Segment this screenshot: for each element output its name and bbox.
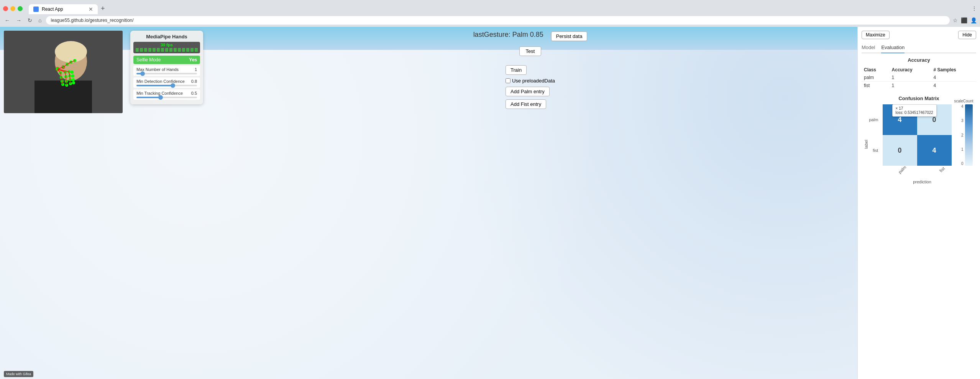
use-preloaded-label[interactable]: Use preloadedData xyxy=(506,78,555,84)
test-button[interactable]: Test xyxy=(519,46,542,56)
browser-address-bar: ← → ↻ ⌂ ☆ ⬛ 👤 xyxy=(0,15,980,27)
y-label-fist: fist xyxy=(869,148,878,153)
use-preloaded-checkbox[interactable] xyxy=(506,78,511,83)
scale-bar xyxy=(965,104,973,166)
x-labels: palm fist xyxy=(883,167,962,172)
window-controls xyxy=(3,6,23,11)
accuracy-palm: 1 xyxy=(890,74,931,82)
max-hands-slider-row: Max Number of Hands 1 xyxy=(133,66,200,76)
scale-label-0: 0 xyxy=(961,161,964,166)
y-label-palm: palm xyxy=(869,117,878,122)
table-row: fist 1 4 xyxy=(862,82,976,90)
tracking-confidence-value: 0.5 xyxy=(191,91,197,96)
home-button[interactable]: ⌂ xyxy=(37,16,43,24)
max-hands-slider-thumb[interactable] xyxy=(140,71,145,76)
fps-tick xyxy=(144,48,147,52)
last-gesture-label: lastGesture: Palm 0.85 xyxy=(473,31,543,39)
fps-tick xyxy=(174,48,177,52)
scale-title: scaleCount xyxy=(954,99,973,103)
fps-tick xyxy=(182,48,185,52)
page-inner: Made with Gifea MediaPipe Hands 30 fps xyxy=(0,27,980,379)
extensions-button[interactable]: ⬛ xyxy=(961,17,967,23)
tooltip-x: × 17 xyxy=(896,106,933,110)
browser-right-actions: ⋮ xyxy=(972,5,977,12)
slider-row-top-3: Min Tracking Confidence 0.5 xyxy=(136,91,197,96)
add-fist-entry-button[interactable]: Add Fist entry xyxy=(506,99,546,109)
new-tab-button[interactable]: + xyxy=(98,3,108,14)
browser-tab-active[interactable]: React App ✕ xyxy=(29,4,98,14)
page-content: Made with Gifea MediaPipe Hands 30 fps xyxy=(0,27,980,379)
tracking-confidence-slider-thumb[interactable] xyxy=(158,95,163,100)
train-button[interactable]: Train xyxy=(506,65,527,75)
camera-placeholder xyxy=(4,31,123,113)
fps-tick xyxy=(169,48,172,52)
fps-tick xyxy=(161,48,164,52)
tracking-confidence-slider-track[interactable] xyxy=(136,97,197,98)
forward-button[interactable]: → xyxy=(15,16,23,24)
panel-tabs: Model Evaluation xyxy=(862,43,976,53)
camera-panel: Made with Gifea xyxy=(0,27,126,379)
maximize-button[interactable]: Maximize xyxy=(862,31,890,39)
cm-row-1: 0 4 xyxy=(883,135,962,166)
hide-button[interactable]: Hide xyxy=(958,31,976,39)
svg-point-23 xyxy=(72,78,75,81)
svg-line-39 xyxy=(70,76,70,80)
fps-ticks xyxy=(135,47,199,53)
svg-point-24 xyxy=(72,81,75,84)
scale-label-2: 2 xyxy=(961,133,964,137)
selfie-value: Yes xyxy=(189,57,197,63)
mediapipe-panel: MediaPipe Hands 30 fps xyxy=(130,31,203,104)
fps-tick xyxy=(148,48,151,52)
back-button[interactable]: ← xyxy=(3,16,11,24)
fps-tick xyxy=(153,48,156,52)
tracking-confidence-label: Min Tracking Confidence xyxy=(136,91,183,96)
fps-label: 30 fps xyxy=(135,43,199,47)
tab-evaluation[interactable]: Evaluation xyxy=(881,43,904,53)
persist-data-button[interactable]: Persist data xyxy=(551,31,588,41)
browser-top-bar: React App ✕ + ⋮ xyxy=(0,0,980,15)
col-accuracy: Accuracy xyxy=(890,66,931,74)
y-labels: palm fist xyxy=(869,104,878,166)
svg-point-21 xyxy=(71,71,74,74)
accuracy-fist: 1 xyxy=(890,82,931,90)
browser-menu-button[interactable]: ⋮ xyxy=(972,5,977,12)
fps-tick xyxy=(157,48,160,52)
fps-tick xyxy=(190,48,194,52)
accuracy-title: Accuracy xyxy=(862,57,976,63)
detection-confidence-slider-row: Min Detection Confidence 0.8 xyxy=(133,77,200,88)
address-bar[interactable] xyxy=(46,16,950,25)
class-palm: palm xyxy=(862,74,890,82)
refresh-button[interactable]: ↻ xyxy=(26,16,34,24)
detection-confidence-slider-track[interactable] xyxy=(136,85,197,86)
profile-button[interactable]: 👤 xyxy=(970,17,977,23)
browser-chrome: React App ✕ + ⋮ ← → ↻ ⌂ ☆ ⬛ 👤 xyxy=(0,0,980,27)
accuracy-section: Accuracy Class Accuracy # Samples palm 1 xyxy=(862,57,976,89)
detection-confidence-label: Min Detection Confidence xyxy=(136,79,185,84)
col-class: Class xyxy=(862,66,890,74)
detection-confidence-slider-fill xyxy=(136,85,173,86)
tracking-confidence-slider-row: Min Tracking Confidence 0.5 xyxy=(133,89,200,100)
cm-cell-1-0: 0 xyxy=(883,135,917,166)
scale-label-4: 4 xyxy=(961,104,964,109)
add-palm-entry-button[interactable]: Add Palm entry xyxy=(506,87,550,96)
y-axis-title: label xyxy=(863,140,868,148)
maximize-window-button[interactable] xyxy=(18,6,23,11)
accuracy-table: Class Accuracy # Samples palm 1 4 fist xyxy=(862,66,976,89)
tab-close-button[interactable]: ✕ xyxy=(89,7,93,12)
max-hands-slider-track[interactable] xyxy=(136,73,197,74)
samples-fist: 4 xyxy=(931,82,976,90)
detection-confidence-slider-thumb[interactable] xyxy=(171,83,175,88)
minimize-window-button[interactable] xyxy=(10,6,15,11)
table-row: palm 1 4 xyxy=(862,74,976,82)
fps-tick xyxy=(165,48,168,52)
tab-model[interactable]: Model xyxy=(862,43,875,53)
tab-title: React App xyxy=(42,7,63,12)
right-panel-header: Maximize Hide xyxy=(862,31,976,39)
fps-tick xyxy=(178,48,181,52)
close-window-button[interactable] xyxy=(3,6,8,11)
tab-favicon xyxy=(33,7,39,12)
tooltip: × 17 loss: 0.534517467022 xyxy=(892,104,937,117)
bookmark-button[interactable]: ☆ xyxy=(953,17,958,23)
right-panel: Maximize Hide Model Evaluation Accuracy … xyxy=(857,27,980,379)
svg-line-36 xyxy=(66,81,67,85)
